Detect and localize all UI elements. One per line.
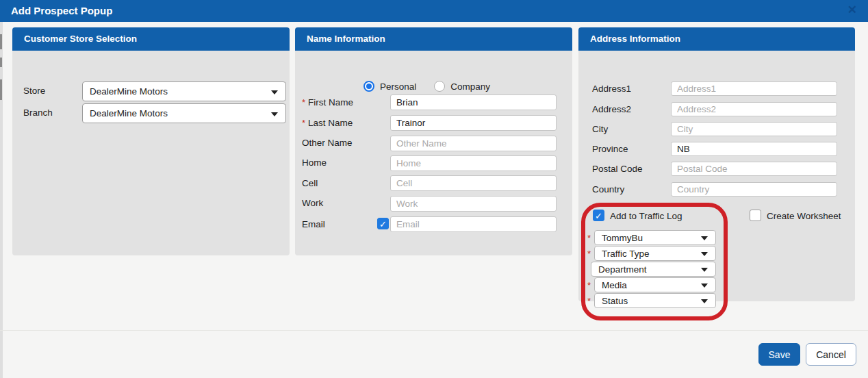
last-name-input[interactable]	[390, 115, 557, 131]
chevron-down-icon	[701, 268, 708, 272]
address2-label: Address2	[592, 104, 631, 114]
salesperson-select[interactable]: TommyBu	[594, 230, 716, 245]
department-select-value: Department	[598, 264, 647, 275]
add-to-traffic-log-label: Add to Traffic Log	[610, 211, 682, 221]
add-to-traffic-log-checkbox[interactable]: ✓	[593, 210, 604, 221]
address1-input[interactable]	[671, 81, 837, 96]
chevron-down-icon	[701, 236, 708, 240]
home-label: Home	[302, 158, 327, 168]
cancel-button[interactable]: Cancel	[806, 343, 856, 366]
branch-select-value: DealerMine Motors	[90, 108, 168, 118]
traffic-type-select[interactable]: Traffic Type	[594, 246, 716, 261]
personal-radio[interactable]	[363, 81, 374, 92]
traffic-type-select-value: Traffic Type	[602, 249, 650, 259]
address1-label: Address1	[592, 84, 631, 94]
required-marker: *	[587, 296, 591, 306]
check-icon: ✓	[595, 211, 602, 221]
required-marker: *	[302, 118, 305, 128]
department-select[interactable]: Department	[591, 262, 716, 277]
province-label: Province	[592, 144, 628, 154]
branch-select[interactable]: DealerMine Motors	[82, 103, 286, 123]
email-checkbox[interactable]: ✓	[377, 218, 389, 229]
company-radio-label: Company	[450, 81, 490, 92]
person-type-radio-group: Personal Company	[363, 81, 490, 92]
store-label: Store	[23, 86, 45, 96]
required-marker: *	[587, 280, 591, 290]
work-input[interactable]	[390, 196, 557, 212]
city-input[interactable]	[671, 122, 837, 136]
cell-input[interactable]	[390, 175, 557, 191]
work-label: Work	[302, 198, 323, 208]
chevron-down-icon	[271, 90, 278, 94]
chevron-down-icon	[271, 112, 278, 116]
other-name-label: Other Name	[302, 138, 353, 148]
cell-label: Cell	[302, 178, 318, 188]
panel-title: Customer Store Selection	[12, 27, 290, 51]
salesperson-select-value: TommyBu	[602, 233, 643, 243]
close-icon[interactable]: ✕	[847, 0, 857, 21]
status-select-value: Status	[602, 296, 628, 306]
province-input[interactable]	[671, 142, 837, 156]
panel-title: Address Information	[578, 27, 855, 51]
status-select[interactable]: Status	[594, 293, 716, 308]
first-name-input[interactable]	[390, 94, 557, 110]
required-marker: *	[587, 249, 591, 259]
postal-code-input[interactable]	[671, 162, 837, 176]
panel-title: Name Information	[295, 27, 572, 51]
create-worksheet-label: Create Worksheet	[767, 211, 841, 221]
home-input[interactable]	[390, 155, 557, 171]
page-edge-artifact	[0, 22, 3, 378]
required-marker: *	[302, 97, 305, 108]
check-icon: ✓	[379, 219, 387, 229]
company-radio[interactable]	[434, 81, 445, 92]
first-name-label: *First Name	[302, 97, 353, 108]
chevron-down-icon	[701, 299, 708, 303]
save-button[interactable]: Save	[758, 343, 800, 366]
other-name-input[interactable]	[390, 136, 557, 151]
address2-input[interactable]	[671, 102, 837, 116]
panel-name-information: Name Information Personal Company *First…	[295, 27, 572, 255]
dialog-titlebar: Add Prospect Popup ✕	[0, 0, 868, 22]
email-label: Email	[302, 219, 325, 229]
city-label: City	[592, 124, 608, 134]
dialog-title: Add Prospect Popup	[11, 0, 112, 22]
chevron-down-icon	[701, 252, 708, 256]
personal-radio-label: Personal	[380, 81, 416, 92]
store-select-value: DealerMine Motors	[90, 86, 168, 97]
postal-code-label: Postal Code	[592, 164, 643, 174]
panel-address-information: Address Information Address1 Address2 Ci…	[578, 27, 855, 301]
country-input[interactable]	[671, 182, 837, 197]
panel-customer-store-selection: Customer Store Selection Store DealerMin…	[12, 27, 290, 255]
chevron-down-icon	[701, 284, 708, 288]
store-select[interactable]: DealerMine Motors	[82, 81, 286, 101]
email-input[interactable]	[390, 216, 557, 232]
country-label: Country	[592, 184, 624, 194]
required-marker: *	[587, 233, 591, 243]
add-prospect-dialog: Add Prospect Popup ✕ Customer Store Sele…	[0, 0, 868, 378]
branch-label: Branch	[23, 108, 53, 118]
create-worksheet-checkbox[interactable]	[750, 210, 761, 221]
footer-divider	[0, 330, 868, 331]
last-name-label: *Last Name	[302, 118, 353, 128]
media-select[interactable]: Media	[594, 277, 716, 292]
media-select-value: Media	[602, 280, 627, 290]
